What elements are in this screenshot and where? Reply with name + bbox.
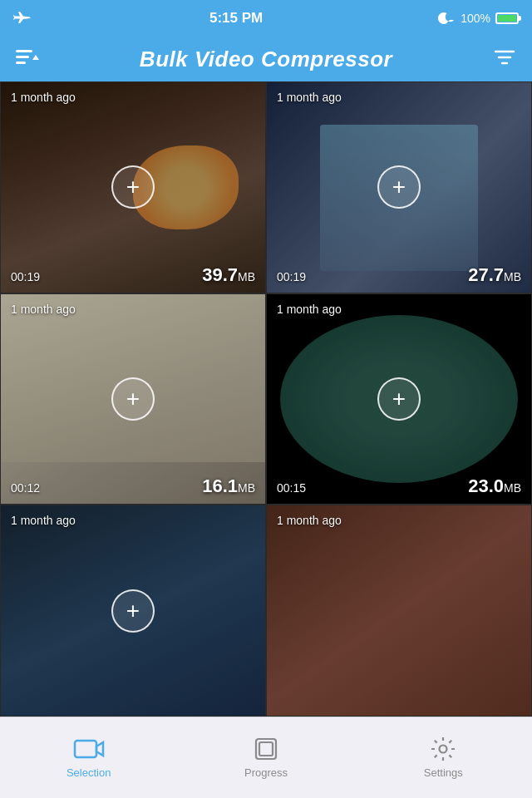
status-right: 100%: [442, 12, 519, 25]
video-cell-5[interactable]: 1 month ago +: [0, 505, 266, 717]
video-timestamp-2: 1 month ago: [277, 91, 342, 104]
video-duration-4: 00:15: [277, 481, 306, 495]
video-timestamp-4: 1 month ago: [277, 303, 342, 316]
video-add-btn-3[interactable]: +: [111, 377, 155, 421]
nav-item-settings[interactable]: Settings: [355, 717, 532, 798]
toolbar-left: [15, 47, 40, 71]
video-size-1: 39.7MB: [202, 264, 255, 286]
sort-icon[interactable]: [15, 47, 40, 71]
video-icon: [74, 736, 104, 761]
video-info-3: 00:12 16.1MB: [11, 475, 255, 497]
svg-rect-2: [16, 62, 26, 64]
video-timestamp-1: 1 month ago: [11, 91, 76, 104]
svg-rect-3: [75, 741, 96, 757]
filter-icon[interactable]: [492, 47, 517, 71]
svg-rect-1: [16, 56, 29, 58]
video-cell-3[interactable]: 1 month ago + 00:12 16.1MB: [0, 293, 266, 505]
video-size-2: 27.7MB: [468, 264, 521, 286]
toolbar: Bulk Video Compressor: [0, 37, 532, 81]
video-duration-1: 00:19: [11, 270, 40, 283]
video-add-btn-1[interactable]: +: [111, 165, 155, 209]
video-duration-3: 00:12: [11, 481, 40, 495]
airplane-icon: [13, 12, 30, 25]
video-add-btn-4[interactable]: +: [377, 377, 421, 421]
status-bar: 5:15 PM 100%: [0, 0, 532, 37]
video-size-3: 16.1MB: [202, 475, 255, 497]
nav-item-selection[interactable]: Selection: [0, 717, 177, 798]
video-timestamp-5: 1 month ago: [11, 514, 76, 527]
video-grid: 1 month ago + 00:19 39.7MB 1 month ago +…: [0, 81, 532, 717]
nav-label-progress: Progress: [244, 766, 288, 779]
battery-percent: 100%: [461, 12, 490, 25]
svg-rect-0: [16, 50, 32, 52]
video-cell-6[interactable]: 1 month ago: [266, 505, 532, 717]
bottom-nav: Selection Progress Settings: [0, 717, 532, 798]
video-info-2: 00:19 27.7MB: [277, 264, 521, 286]
svg-point-6: [440, 746, 447, 753]
video-cell-4[interactable]: 1 month ago + 00:15 23.0MB: [266, 293, 532, 505]
video-info-4: 00:15 23.0MB: [277, 475, 521, 497]
svg-rect-5: [259, 742, 273, 756]
video-cell-1[interactable]: 1 month ago + 00:19 39.7MB: [0, 81, 266, 293]
nav-item-progress[interactable]: Progress: [177, 717, 354, 798]
video-add-btn-5[interactable]: +: [111, 589, 155, 633]
video-timestamp-6: 1 month ago: [277, 514, 342, 527]
status-time: 5:15 PM: [209, 10, 263, 27]
moon-icon: [442, 12, 456, 25]
video-cell-2[interactable]: 1 month ago + 00:19 27.7MB: [266, 81, 532, 293]
nav-label-selection: Selection: [66, 766, 111, 779]
settings-icon: [428, 736, 458, 761]
video-info-1: 00:19 39.7MB: [11, 264, 255, 286]
progress-icon: [251, 736, 281, 761]
video-timestamp-3: 1 month ago: [11, 303, 76, 316]
video-duration-2: 00:19: [277, 270, 306, 283]
battery-icon: [495, 12, 519, 24]
nav-label-settings: Settings: [424, 766, 463, 779]
toolbar-title: Bulk Video Compressor: [140, 47, 392, 72]
video-size-4: 23.0MB: [468, 475, 521, 497]
video-add-btn-2[interactable]: +: [377, 165, 421, 209]
status-left: [13, 12, 30, 25]
